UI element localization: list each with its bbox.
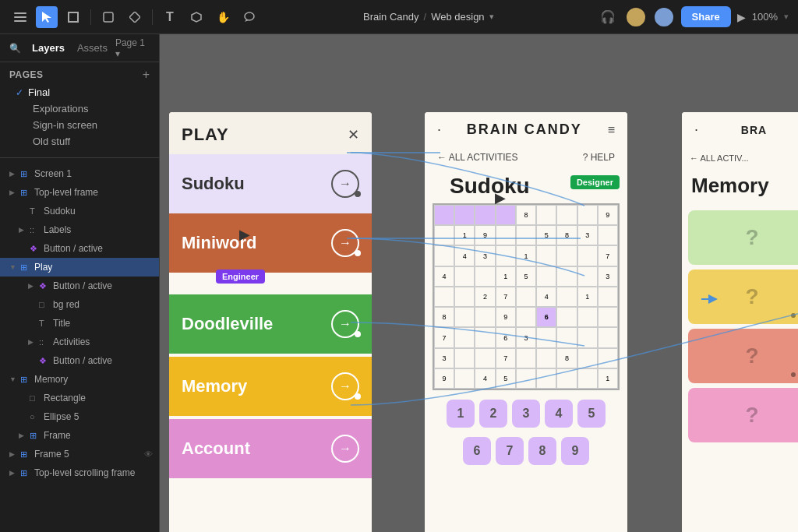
memory-card-4[interactable]: ? — [688, 388, 798, 442]
comment-tool[interactable] — [238, 6, 260, 28]
dot-doodleville — [355, 331, 361, 337]
arrow-button-doodleville[interactable]: → — [331, 310, 359, 338]
hand-tool[interactable]: ✋ — [212, 6, 234, 28]
cell — [496, 245, 516, 266]
layer-sudoku[interactable]: ▶ T Sudoku — [0, 202, 159, 220]
canvas-area[interactable]: Play PLAY ✕ Sudoku → Miniword → — [160, 34, 798, 532]
nav-help[interactable]: ? HELP — [583, 152, 615, 163]
activity-row-sudoku[interactable]: Sudoku → — [169, 154, 372, 213]
layer-memory[interactable]: ▼ ⊞ Memory — [0, 370, 159, 389]
cell — [454, 348, 475, 368]
layer-rectangle[interactable]: ▶ □ Rectangle — [0, 389, 159, 407]
headphone-icon[interactable]: 🎧 — [597, 6, 619, 28]
layer-button-active-1[interactable]: ▶ ❖ Button / active — [0, 239, 159, 258]
cell — [516, 287, 536, 307]
arrow-button-miniword[interactable]: → — [331, 229, 359, 257]
layer-toplevel[interactable]: ▶ ⊞ Top-level frame — [0, 183, 159, 202]
hamburger-button[interactable]: ≡ — [608, 123, 615, 137]
arrow-container-doodleville: → — [331, 310, 359, 338]
tab-assets[interactable]: Assets — [72, 39, 112, 57]
num-btn-5[interactable]: 5 — [577, 400, 606, 428]
memory-nav-text: ← ALL ACTIV... — [690, 153, 749, 163]
layers-list: ▶ ⊞ Screen 1 ▶ ⊞ Top-level frame ▶ T Sud… — [0, 163, 159, 532]
cell: 9 — [434, 368, 454, 389]
num-btn-6[interactable]: 6 — [463, 437, 491, 465]
page-item-signin[interactable]: Sign-in screen — [9, 117, 150, 133]
shape-tool[interactable] — [97, 6, 119, 28]
visibility-icon[interactable]: 👁 — [144, 449, 153, 459]
text-icon: T — [39, 319, 50, 328]
zoom-dropdown-icon[interactable]: ▾ — [784, 12, 789, 22]
svg-rect-5 — [77, 12, 79, 23]
num-btn-9[interactable]: 9 — [561, 437, 589, 465]
page-selector[interactable]: Page 1 ▾ — [115, 37, 150, 59]
frame-tool[interactable] — [62, 6, 84, 28]
play-title: PLAY — [182, 125, 229, 145]
layer-name-button1: Button / active — [44, 243, 153, 254]
frame-icon: ⊞ — [20, 375, 31, 385]
num-btn-7[interactable]: 7 — [496, 437, 524, 465]
cursor-designer: ▶ — [495, 189, 506, 206]
memory-card-2[interactable]: ? — [688, 270, 798, 324]
memory-card-1[interactable]: ? — [688, 210, 798, 265]
tool-separator-2 — [152, 9, 153, 25]
layer-ellipse5[interactable]: ▶ ○ Ellipse 5 — [0, 407, 159, 426]
add-page-button[interactable]: + — [143, 69, 150, 81]
activity-row-memory[interactable]: Memory → — [169, 357, 372, 416]
tab-layers[interactable]: Layers — [27, 39, 69, 57]
cell — [516, 348, 536, 368]
dot-miniword — [355, 250, 361, 256]
layer-activities[interactable]: ▶ :: Activities — [0, 333, 159, 351]
frame-play[interactable]: Play PLAY ✕ Sudoku → Miniword → — [169, 112, 372, 532]
memory-nav: ← ALL ACTIV... — [682, 147, 798, 167]
cell — [496, 225, 516, 245]
page-item-explorations[interactable]: Explorations — [9, 100, 150, 117]
zoom-level[interactable]: 100% — [752, 11, 778, 23]
page-name[interactable]: Web design — [431, 11, 484, 23]
layer-bg-red[interactable]: ▶ □ bg red — [0, 295, 159, 314]
memory-cards: ? ? ? — [682, 204, 798, 449]
arrow-button-sudoku[interactable]: → — [331, 170, 359, 198]
cell — [516, 225, 536, 245]
pen-tool[interactable] — [124, 6, 146, 28]
activity-row-account[interactable]: Account → — [169, 419, 372, 478]
layer-screen1[interactable]: ▶ ⊞ Screen 1 — [0, 164, 159, 183]
dot — [791, 372, 796, 377]
close-button[interactable]: ✕ — [348, 126, 359, 143]
select-tool[interactable] — [36, 6, 58, 28]
layer-frame5[interactable]: ▶ ⊞ Frame 5 👁 — [0, 445, 159, 463]
frame-memory-right[interactable]: Memory · BRA ← ALL ACTIV... Memory ? — [682, 112, 798, 532]
layer-scrollframe[interactable]: ▶ ⊞ Top-level scrolling frame — [0, 463, 159, 482]
nav-all-activities[interactable]: ← ALL ACTIVITIES — [437, 152, 518, 163]
chevron-icon: ▶ — [9, 450, 17, 458]
arrow-button-memory[interactable]: → — [331, 372, 359, 400]
share-button[interactable]: Share — [681, 6, 731, 27]
page-dropdown-icon[interactable]: ▾ — [489, 12, 494, 22]
activity-row-miniword[interactable]: Miniword → Engineer ▶ — [169, 213, 372, 273]
page-item-oldstuff[interactable]: Old stuff — [9, 133, 150, 150]
num-btn-8[interactable]: 8 — [528, 437, 556, 465]
cell — [434, 225, 454, 245]
memory-card-3[interactable]: ? — [688, 329, 798, 383]
chevron-icon: ▼ — [9, 263, 17, 271]
layer-play[interactable]: ▼ ⊞ Play — [0, 258, 159, 277]
text-tool[interactable]: T — [159, 6, 181, 28]
menu-button[interactable] — [9, 6, 31, 28]
activity-row-doodleville[interactable]: Doodleville → — [169, 294, 372, 354]
num-btn-1[interactable]: 1 — [447, 400, 475, 428]
play-button[interactable]: ▶ — [737, 11, 746, 23]
cell — [556, 245, 577, 266]
layer-frame-child[interactable]: ▶ ⊞ Frame — [0, 426, 159, 445]
page-item-final[interactable]: ✓ Final — [9, 84, 150, 100]
layer-play-button-active[interactable]: ▶ ❖ Button / active — [0, 277, 159, 295]
num-btn-2[interactable]: 2 — [479, 400, 507, 428]
frame-brain-candy[interactable]: Brain Candy · BRAIN CANDY ≡ ← ALL ACTIVI… — [425, 112, 627, 532]
num-btn-3[interactable]: 3 — [512, 400, 540, 428]
component-tool[interactable] — [185, 6, 207, 28]
layer-title[interactable]: ▶ T Title — [0, 314, 159, 333]
layer-labels[interactable]: ▶ :: Labels — [0, 220, 159, 239]
arrow-button-account[interactable]: → — [331, 435, 359, 463]
svg-marker-9 — [129, 12, 140, 23]
layer-play-button2[interactable]: ▶ ❖ Button / active — [0, 351, 159, 370]
num-btn-4[interactable]: 4 — [545, 400, 573, 428]
